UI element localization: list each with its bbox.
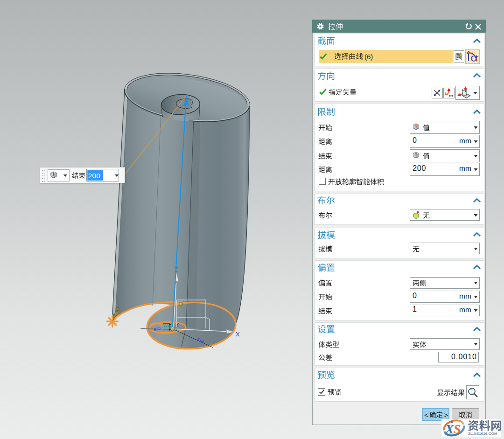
svg-text:X: X [236,331,240,338]
svg-text:S: S [454,422,461,436]
svg-text:X: X [445,422,455,436]
